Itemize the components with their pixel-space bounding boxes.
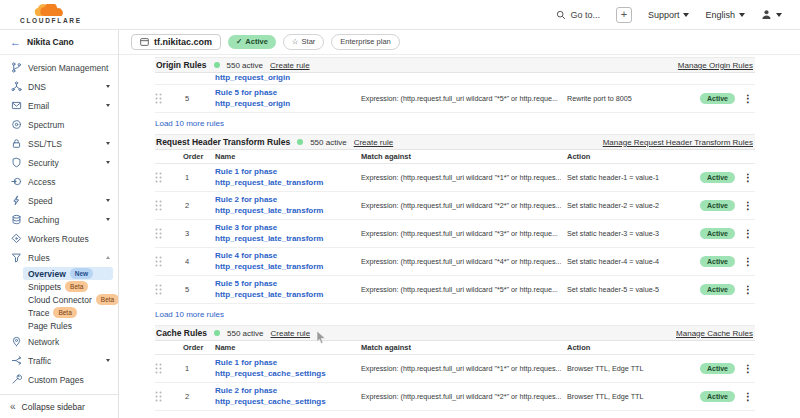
rule-name-link[interactable]: Rule 2 for phasehttp_request_late_transf…: [215, 195, 355, 217]
back-arrow-icon[interactable]: ←: [10, 37, 21, 48]
sidebar-item-access[interactable]: Access: [0, 172, 118, 191]
chevron-down-icon: [106, 142, 110, 145]
account-name: Nikita Cano: [27, 37, 74, 47]
kebab-menu-icon[interactable]: ⋮: [741, 201, 755, 211]
create-rule-link[interactable]: Create rule: [271, 329, 311, 338]
rule-action: Set static header-5 = value-5: [567, 285, 685, 294]
kebab-menu-icon[interactable]: ⋮: [741, 94, 755, 104]
sidebar-item-label: Security: [28, 158, 100, 168]
rule-order: 3: [183, 229, 209, 238]
logo-text: CLOUDFLARE: [20, 18, 82, 25]
sidebar-item-label: Email: [28, 101, 100, 111]
lock-icon: [10, 138, 22, 150]
rule-name-link[interactable]: Rule 1 for phasehttp_request_cache_setti…: [215, 358, 355, 380]
drag-handle-icon[interactable]: [155, 284, 177, 295]
active-count: 550 active: [310, 138, 346, 147]
create-rule-link[interactable]: Create rule: [354, 138, 394, 147]
sidebar-item-custom-pages[interactable]: Custom Pages: [0, 370, 118, 389]
kebab-menu-icon[interactable]: ⋮: [741, 229, 755, 239]
rule-order: 1: [183, 173, 209, 182]
sidebar-item-label: Spectrum: [28, 120, 110, 130]
kebab-menu-icon[interactable]: ⋮: [741, 257, 755, 267]
language-label: English: [705, 10, 735, 20]
collapse-label: Collapse sidebar: [22, 402, 85, 412]
drag-handle-icon[interactable]: [155, 256, 177, 267]
sidebar-item-dns[interactable]: DNS: [0, 77, 118, 96]
rule-name-line1: Rule 2 for phase: [215, 195, 355, 206]
collapse-sidebar-button[interactable]: « Collapse sidebar: [0, 394, 118, 418]
sidebar-item-label: Trace: [28, 308, 49, 318]
cloudflare-cloud-icon: [31, 4, 71, 17]
rule-order: 4: [183, 257, 209, 266]
rule-order: 1: [183, 364, 209, 373]
star-button[interactable]: ☆ Star: [283, 34, 325, 50]
rule-action: Rewrite port to 8005: [567, 94, 685, 103]
active-dot-icon: [214, 62, 220, 68]
account-menu[interactable]: [761, 9, 782, 20]
sidebar-item-security[interactable]: Security: [0, 153, 118, 172]
sidebar-item-version-management[interactable]: Version Management: [0, 58, 118, 77]
table-row: 3Rule 3 for phasehttp_request_late_trans…: [155, 220, 755, 248]
sidebar-item-caching[interactable]: Caching: [0, 210, 118, 229]
rule-name-link[interactable]: Rule 2 for phasehttp_request_cache_setti…: [215, 386, 355, 408]
create-rule-link[interactable]: Create rule: [270, 61, 310, 70]
chevron-down-icon: [106, 85, 110, 88]
rule-name-link[interactable]: Rule 1 for phasehttp_request_late_transf…: [215, 167, 355, 189]
goto-search[interactable]: Go to...: [556, 10, 600, 20]
support-label: Support: [648, 10, 680, 20]
cloudflare-logo[interactable]: CLOUDFLARE: [20, 4, 82, 25]
zone-bar: tf.nikitac.com ✓ Active ☆ Star Enterpris…: [119, 30, 800, 55]
rule-match-expression: Expression: (http.request.full_uri wildc…: [361, 364, 561, 373]
sidebar-item-traffic[interactable]: Traffic: [0, 351, 118, 370]
rule-name-link[interactable]: Rule 5 for phasehttp_request_origin: [215, 88, 355, 110]
sidebar-item-speed[interactable]: Speed: [0, 191, 118, 210]
load-more-rules-link[interactable]: Load 10 more rules: [155, 304, 755, 325]
table-header: OrderNameMatch againstAction: [155, 341, 755, 355]
rule-name-link[interactable]: http_request_origin: [215, 73, 355, 84]
sidebar-item-ssl-tls[interactable]: SSL/TLS: [0, 134, 118, 153]
column-header-order: Order: [183, 152, 209, 161]
rule-name-link[interactable]: Rule 3 for phasehttp_request_late_transf…: [215, 223, 355, 245]
load-more-rules-link[interactable]: Load 10 more rules: [155, 113, 755, 134]
kebab-menu-icon[interactable]: ⋮: [741, 285, 755, 295]
main-area: tf.nikitac.com ✓ Active ☆ Star Enterpris…: [119, 30, 800, 418]
kebab-menu-icon[interactable]: ⋮: [741, 173, 755, 183]
manage-rules-link[interactable]: Manage Origin Rules: [678, 61, 753, 70]
drag-handle-icon[interactable]: [155, 200, 177, 211]
sidebar-item-email[interactable]: Email: [0, 96, 118, 115]
sidebar-item-rules[interactable]: Rules: [0, 248, 118, 267]
manage-rules-link[interactable]: Manage Cache Rules: [676, 329, 753, 338]
drag-handle-icon[interactable]: [155, 93, 177, 104]
rule-match-expression: Expression: (http.request.full_uri wildc…: [361, 94, 561, 103]
kebab-menu-icon[interactable]: ⋮: [741, 364, 755, 374]
rule-name-line1: Rule 1 for phase: [215, 358, 355, 369]
sidebar-item-spectrum[interactable]: Spectrum: [0, 115, 118, 134]
section-header-origin-rules: Origin Rules550 activeCreate ruleManage …: [155, 57, 755, 73]
column-header-match: Match against: [361, 152, 561, 161]
rule-name-link[interactable]: Rule 4 for phasehttp_request_late_transf…: [215, 251, 355, 273]
status-badge: Active: [700, 284, 735, 295]
drag-handle-icon[interactable]: [155, 228, 177, 239]
kebab-menu-icon[interactable]: ⋮: [741, 392, 755, 402]
rule-name-link[interactable]: Rule 5 for phasehttp_request_late_transf…: [215, 279, 355, 301]
rule-name-line2: http_request_late_transform: [215, 178, 355, 189]
drag-handle-icon[interactable]: [155, 172, 177, 183]
sidebar-item-network[interactable]: Network: [0, 332, 118, 351]
sidebar-item-cloud-connector[interactable]: Cloud ConnectorBeta: [23, 293, 113, 306]
support-menu[interactable]: Support: [648, 10, 690, 20]
sidebar-item-workers-routes[interactable]: Workers Routes: [0, 229, 118, 248]
sidebar-item-page-rules[interactable]: Page Rules: [23, 319, 113, 332]
section-title: Cache Rules: [156, 328, 207, 338]
sidebar-item-snippets[interactable]: SnippetsBeta: [23, 280, 113, 293]
drag-handle-icon[interactable]: [155, 391, 177, 402]
language-menu[interactable]: English: [705, 10, 745, 20]
rule-name-line1: Rule 5 for phase: [215, 88, 355, 99]
status-badge: Active: [700, 93, 735, 104]
manage-rules-link[interactable]: Manage Request Header Transform Rules: [603, 138, 753, 147]
drag-handle-icon[interactable]: [155, 363, 177, 374]
sidebar-item-overview[interactable]: OverviewNew: [23, 267, 113, 280]
add-site-button[interactable]: +: [616, 7, 632, 23]
sidebar-item-trace[interactable]: TraceBeta: [23, 306, 113, 319]
rule-name-line2: http_request_late_transform: [215, 206, 355, 217]
zone-selector[interactable]: tf.nikitac.com: [131, 34, 221, 50]
